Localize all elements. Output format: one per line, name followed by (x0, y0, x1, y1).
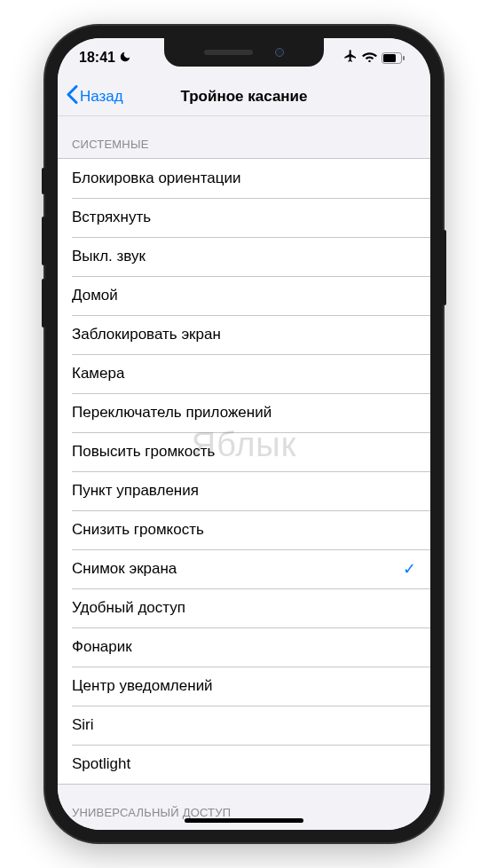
item-mute[interactable]: Выкл. звук (58, 237, 430, 276)
status-left: 18:41 (79, 50, 131, 66)
item-label: Удобный доступ (72, 599, 185, 617)
item-label: Встряхнуть (72, 209, 151, 226)
item-volume-up[interactable]: Повысить громкость (58, 432, 430, 471)
back-button[interactable]: Назад (58, 85, 123, 107)
front-camera (275, 48, 284, 57)
item-label: Центр уведомлений (72, 677, 213, 695)
item-flashlight[interactable]: Фонарик (58, 627, 430, 667)
wifi-icon (362, 50, 377, 66)
item-label: Пункт управления (72, 482, 199, 500)
volume-down-button (42, 279, 45, 327)
item-label: Домой (72, 287, 118, 304)
item-control-center[interactable]: Пункт управления (58, 471, 430, 510)
airplane-icon (343, 49, 358, 67)
item-label: Снимок экрана (72, 560, 177, 578)
nav-bar: Назад Тройное касание (58, 77, 430, 116)
battery-icon (382, 52, 405, 64)
list-group-system: Блокировка ориентации Встряхнуть Выкл. з… (58, 158, 430, 785)
item-spotlight[interactable]: Spotlight (58, 745, 430, 784)
item-label: Повысить громкость (72, 443, 215, 461)
item-notification-center[interactable]: Центр уведомлений (58, 667, 430, 706)
screen: 18:41 На (58, 38, 430, 830)
home-indicator[interactable] (185, 818, 303, 823)
item-lock-screen[interactable]: Заблокировать экран (58, 315, 430, 354)
item-home[interactable]: Домой (58, 276, 430, 315)
power-button (443, 230, 446, 305)
item-label: Блокировка ориентации (72, 170, 240, 187)
checkmark-icon: ✓ (403, 559, 416, 579)
mute-switch (42, 168, 45, 194)
item-label: Выкл. звук (72, 248, 146, 265)
item-label: Siri (72, 716, 94, 734)
dnd-icon (119, 51, 131, 66)
item-app-switcher[interactable]: Переключатель приложений (58, 393, 430, 432)
page-title: Тройное касание (180, 88, 307, 106)
item-reachability[interactable]: Удобный доступ (58, 588, 430, 627)
svg-rect-1 (383, 54, 396, 62)
content[interactable]: Яблык СИСТЕМНЫЕ Блокировка ориентации Вс… (58, 116, 430, 830)
item-screenshot[interactable]: Снимок экрана ✓ (58, 549, 430, 588)
svg-rect-2 (403, 56, 405, 60)
item-siri[interactable]: Siri (58, 706, 430, 745)
item-orientation-lock[interactable]: Блокировка ориентации (58, 159, 430, 198)
item-label: Фонарик (72, 638, 132, 656)
status-time: 18:41 (79, 50, 115, 66)
speaker (204, 50, 253, 55)
item-label: Переключатель приложений (72, 404, 272, 422)
device-frame: 18:41 На (45, 26, 443, 842)
item-label: Снизить громкость (72, 521, 204, 539)
volume-up-button (42, 217, 45, 265)
section-header-system: СИСТЕМНЫЕ (58, 116, 430, 158)
status-right (343, 49, 405, 67)
item-shake[interactable]: Встряхнуть (58, 198, 430, 237)
chevron-left-icon (67, 85, 78, 107)
item-camera[interactable]: Камера (58, 354, 430, 393)
item-label: Заблокировать экран (72, 326, 221, 343)
notch (164, 38, 324, 67)
item-label: Spotlight (72, 755, 130, 773)
item-label: Камера (72, 365, 124, 383)
back-label: Назад (80, 88, 123, 106)
item-volume-down[interactable]: Снизить громкость (58, 510, 430, 549)
